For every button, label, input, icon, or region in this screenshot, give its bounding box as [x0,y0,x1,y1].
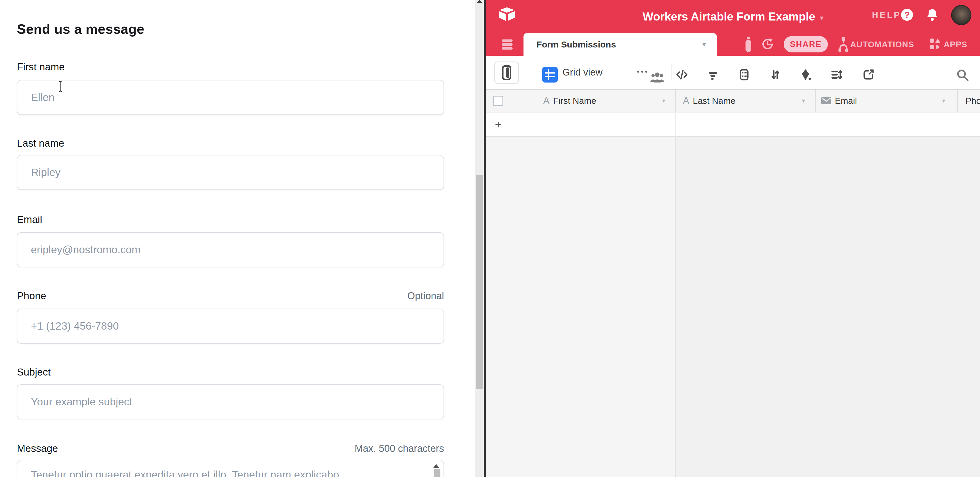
column-divider [675,113,676,137]
automations-button[interactable]: AUTOMATIONS [850,33,914,56]
share-view-icon[interactable] [862,68,875,81]
automations-icon[interactable] [837,37,849,52]
message-label: Message [17,443,58,454]
message-placeholder-text: Tenetur optio quaerat expedita vero et i… [31,469,423,477]
hide-fields-icon[interactable] [676,68,688,81]
column-divider [675,137,676,477]
column-divider[interactable] [957,90,958,112]
hamburger-menu-icon[interactable] [502,40,512,42]
view-more-icon[interactable]: ••• [637,56,649,87]
group-icon[interactable] [738,68,751,81]
first-name-label: First name [17,61,65,73]
search-icon[interactable] [956,68,969,81]
select-all-checkbox[interactable] [493,96,503,106]
apps-button[interactable]: APPS [943,33,967,56]
column-caret-icon[interactable]: ▾ [942,90,945,112]
column-divider[interactable] [815,90,816,112]
color-icon[interactable] [800,68,812,81]
toolbar-divider [671,64,672,81]
email-label: Email [17,214,42,225]
phone-input[interactable] [17,309,444,344]
sort-icon[interactable] [769,68,782,81]
filter-icon[interactable] [707,68,719,81]
column-header-phone[interactable]: Phone [962,90,980,112]
phone-label-row: Phone Optional [17,290,444,301]
page-scroll-up-icon[interactable] [477,0,483,3]
column-caret-icon[interactable]: ▾ [802,90,805,112]
last-name-label: Last name [17,138,64,149]
text-field-icon: A [543,95,549,106]
message-textarea[interactable]: Tenetur optio quaerat expedita vero et i… [17,460,444,477]
trash-icon[interactable] [742,36,755,52]
subject-label-row: Subject [17,366,444,378]
notifications-bell-icon[interactable] [926,8,939,22]
phone-label: Phone [17,290,46,301]
email-field-icon [821,97,831,104]
grid-empty-area [486,137,675,477]
add-row-plus-icon[interactable]: + [495,113,502,136]
window-split-divider [484,0,486,477]
first-name-label-row: First name [17,61,444,73]
subject-input[interactable] [17,384,444,419]
add-row[interactable]: + [486,113,980,137]
view-toolbar: Grid view ••• [486,56,980,89]
column-header-row: A First Name ▾ A Last Name ▾ Email ▾ [486,89,980,113]
tab-form-submissions[interactable]: Form Submissions ▾ [523,33,717,56]
email-label-row: Email [17,214,444,225]
text-cursor-icon [57,81,64,92]
phone-hint: Optional [407,290,444,301]
hamburger-menu-icon[interactable] [502,47,512,49]
grid-view-icon[interactable] [542,67,558,82]
help-button[interactable]: HELP [872,10,901,20]
column-header-last-name[interactable]: A Last Name [683,90,735,112]
contact-form-panel: Send us a message First name Last name E… [0,0,475,477]
share-button[interactable]: SHARE [784,36,828,52]
airtable-top-bar: Workers Airtable Form Example ▾ HELP ? [486,0,980,33]
base-title-caret-icon[interactable]: ▾ [820,11,824,22]
column-caret-icon[interactable]: ▾ [662,90,665,112]
form-title: Send us a message [17,21,145,37]
user-avatar[interactable] [951,5,971,25]
row-height-icon[interactable] [830,68,842,81]
column-header-first-name[interactable]: A First Name [543,90,596,112]
last-name-label-row: Last name [17,138,444,149]
column-divider[interactable] [675,90,676,112]
view-name[interactable]: Grid view [562,56,603,89]
history-icon[interactable] [761,37,774,51]
grid-empty-area [676,137,980,477]
view-sidebar-toggle-button[interactable] [494,62,519,84]
email-input[interactable] [17,232,444,267]
column-header-email[interactable]: Email [821,90,857,112]
tab-label: Form Submissions [536,33,616,56]
first-name-input[interactable] [17,80,444,115]
base-title[interactable]: Workers Airtable Form Example [643,10,815,23]
text-field-icon: A [683,95,689,106]
subject-label: Subject [17,366,51,378]
sidebar-toggle-icon [502,65,512,81]
message-label-row: Message Max. 500 characters [17,443,444,454]
tab-caret-icon[interactable]: ▾ [702,33,706,56]
collaborators-icon[interactable] [650,71,665,83]
airtable-panel: Workers Airtable Form Example ▾ HELP ? F… [486,0,980,477]
page-scrollbar-thumb[interactable] [476,175,483,389]
apps-icon[interactable] [929,38,942,51]
hamburger-menu-icon[interactable] [502,43,512,46]
help-question-icon[interactable]: ? [901,9,913,21]
last-name-input[interactable] [17,155,444,190]
message-hint: Max. 500 characters [355,443,444,454]
message-scroll-up-icon[interactable] [433,464,439,467]
message-scrollbar-thumb[interactable] [434,469,441,477]
